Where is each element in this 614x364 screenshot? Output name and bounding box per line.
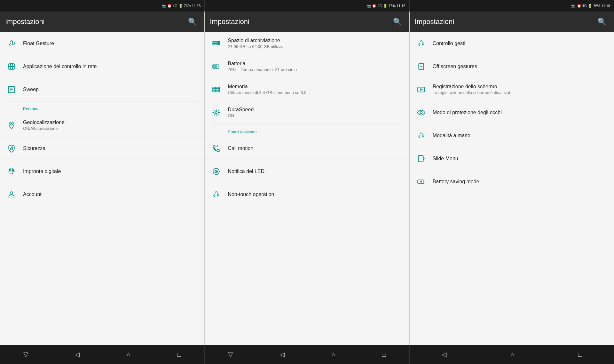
search-button-3[interactable]: 🔍 [595, 15, 609, 28]
item-text-sweep: Sweep [23, 87, 199, 92]
search-button-2[interactable]: 🔍 [390, 15, 404, 28]
item-title-security: Sicurezza [23, 146, 199, 151]
item-subtitle-location: ON/Alta precisione [23, 126, 199, 131]
item-fingerprint[interactable]: Impronta digitale [0, 160, 204, 183]
item-subtitle-screenrec: La registrazione dello schermo è disatti… [433, 90, 609, 95]
nav-segment-2: ▽ ◁ ○ □ [205, 345, 409, 364]
nav-recent-1[interactable]: □ [172, 348, 186, 361]
item-title-eyeprotect: Modo di protezione degli occhi [433, 110, 609, 115]
app-bar-title-1: Impostazioni [5, 18, 45, 26]
fingerprint-icon [5, 165, 18, 178]
item-call-motion[interactable]: Call motion [205, 137, 409, 160]
nav-dropdown-1[interactable]: ▽ [18, 347, 33, 361]
onehand-icon [415, 129, 428, 142]
item-text-network: Applicazione del controllo in rete [23, 64, 199, 69]
account-icon [5, 188, 18, 201]
item-title-gesture-ctrl: Controllo gesti [433, 41, 609, 46]
settings-list-3: Controllo gesti Off screen gestures Regi… [410, 32, 614, 345]
status-icons-2: 📷 ⏰ 4G 🔋 76% 11:18 [366, 4, 405, 8]
item-title-duraspeed: DuraSpeed [228, 107, 404, 113]
item-title-fingerprint: Impronta digitale [23, 169, 199, 174]
item-text-batterysave: Battery saving mode [433, 179, 609, 185]
slidemenu-icon [415, 152, 428, 165]
nav-back-3[interactable]: ◁ [437, 347, 452, 361]
item-sweep[interactable]: Sweep [0, 78, 204, 101]
item-security[interactable]: Sicurezza [0, 137, 204, 160]
nav-back-1[interactable]: ◁ [70, 347, 85, 361]
item-location[interactable]: Geolocalizzazione ON/Alta precisione [0, 114, 204, 137]
nav-recent-2[interactable]: □ [377, 348, 391, 361]
item-title-callmotion: Call motion [228, 146, 404, 151]
item-led[interactable]: Notifica del LED [205, 160, 409, 183]
sweep-icon [5, 83, 18, 96]
item-title-screenrec: Registrazione dello schermo [433, 84, 609, 90]
item-title-offscreen: Off screen gestures [433, 64, 609, 69]
item-title-storage: Spazio di archiviazione [228, 38, 404, 44]
item-title-sweep: Sweep [23, 87, 199, 92]
status-segment-2: 📷 ⏰ 4G 🔋 76% 11:18 [205, 0, 409, 12]
svg-rect-10 [214, 65, 217, 67]
nav-back-2[interactable]: ◁ [275, 347, 290, 361]
main-content: Impostazioni 🔍 Float Gesture Applicazion… [0, 12, 614, 345]
item-float-gesture[interactable]: Float Gesture [0, 32, 204, 55]
item-text-security: Sicurezza [23, 146, 199, 151]
item-duraspeed[interactable]: DuraSpeed ON [205, 101, 409, 124]
nav-home-1[interactable]: ○ [122, 348, 136, 361]
nav-bar: ▽ ◁ ○ □ ▽ ◁ ○ □ ◁ ○ □ [0, 345, 614, 364]
item-gesture-ctrl[interactable]: Controllo gesti [410, 32, 614, 55]
notouch-icon [210, 188, 223, 201]
settings-list-1: Float Gesture Applicazione del controllo… [0, 32, 204, 345]
section-personali: Personali [0, 101, 204, 114]
panel-3: Impostazioni 🔍 Controllo gesti Off scree… [410, 12, 614, 345]
app-bar-title-2: Impostazioni [210, 18, 249, 26]
item-title-batterysave: Battery saving mode [433, 179, 609, 185]
duraspeed-icon [210, 106, 223, 119]
item-title-memory: Memoria [228, 84, 404, 90]
settings-list-2: Spazio di archiviazione 24,96 GB su 64,0… [205, 32, 409, 345]
item-offscreen[interactable]: Off screen gestures [410, 55, 614, 78]
svg-point-4 [10, 192, 13, 194]
svg-rect-20 [418, 155, 423, 162]
item-title-onehand: Modalità a mano [433, 133, 609, 138]
item-text-storage: Spazio di archiviazione 24,96 GB su 64,0… [228, 38, 404, 49]
svg-rect-11 [213, 87, 220, 92]
memory-icon [210, 83, 223, 96]
location-icon [5, 119, 18, 132]
led-icon [210, 165, 223, 178]
item-title-led: Notifica del LED [228, 169, 404, 174]
nav-dropdown-2[interactable]: ▽ [223, 347, 238, 361]
item-memory[interactable]: Memoria Utilizzo medio di 3,4 GB di memo… [205, 78, 409, 101]
item-eyeprotect[interactable]: Modo di protezione degli occhi [410, 101, 614, 124]
nav-home-3[interactable]: ○ [505, 348, 519, 361]
security-icon [5, 142, 18, 155]
eyeprotect-icon [415, 106, 428, 119]
nav-segment-3: ◁ ○ □ [410, 345, 614, 364]
nav-segment-1: ▽ ◁ ○ □ [0, 345, 205, 364]
nav-home-2[interactable]: ○ [326, 348, 340, 361]
nav-recent-3[interactable]: □ [573, 348, 587, 361]
item-notouch[interactable]: Non-touch operation [205, 183, 409, 206]
item-onehand[interactable]: Modalità a mano [410, 124, 614, 147]
search-button-1[interactable]: 🔍 [185, 15, 199, 28]
status-icons-1: 📷 ⏰ 4G 🔋 76% 11:18 [162, 4, 201, 8]
svg-point-7 [218, 42, 219, 42]
network-icon [5, 60, 18, 73]
status-segment-3: 📷 ⏰ 4G 🔋 76% 11:18 [410, 0, 614, 12]
item-subtitle-storage: 24,96 GB su 64,00 GB utilizzati [228, 44, 404, 49]
item-screenrec[interactable]: Registrazione dello schermo La registraz… [410, 78, 614, 101]
item-subtitle-duraspeed: ON [228, 113, 404, 118]
item-storage[interactable]: Spazio di archiviazione 24,96 GB su 64,0… [205, 32, 409, 55]
item-title-location: Geolocalizzazione [23, 120, 199, 125]
item-text-onehand: Modalità a mano [433, 133, 609, 138]
item-title-network: Applicazione del controllo in rete [23, 64, 199, 69]
item-text-led: Notifica del LED [228, 169, 404, 174]
item-batterysave[interactable]: Battery saving mode [410, 170, 614, 193]
item-slidemenu[interactable]: Slide Menu [410, 147, 614, 170]
item-battery[interactable]: Batteria 76% – Tempo rimanente: 21 ore c… [205, 55, 409, 78]
item-text-offscreen: Off screen gestures [433, 64, 609, 69]
item-title-account: Account [23, 192, 199, 197]
item-account[interactable]: Account [0, 183, 204, 206]
section-smart-assistant: Smart Assistant [205, 124, 409, 137]
item-network-control[interactable]: Applicazione del controllo in rete [0, 55, 204, 78]
item-text-float-gesture: Float Gesture [23, 41, 199, 46]
